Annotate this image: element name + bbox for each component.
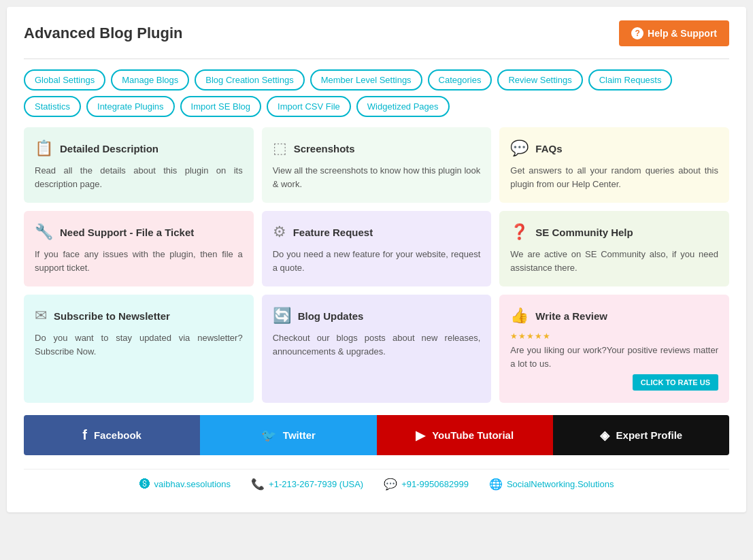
card-feature-request[interactable]: ⚙ Feature Request Do you need a new feat…	[262, 211, 492, 286]
card-title-screenshots: Screenshots	[294, 143, 355, 154]
card-icon-screenshots: ⬚	[273, 139, 287, 157]
nav-btn-import-se-blog[interactable]: Import SE Blog	[180, 96, 261, 117]
nav-btn-manage-blogs[interactable]: Manage Blogs	[111, 69, 189, 90]
card-title-write-review: Write a Review	[535, 310, 607, 322]
card-header-newsletter: ✉ Subscribe to Newsletter	[35, 307, 243, 325]
card-title-se-community: SE Community Help	[535, 227, 633, 238]
expert-icon: ◈	[600, 428, 609, 443]
nav-btn-integrate-plugins[interactable]: Integrate Plugins	[86, 96, 175, 117]
social-label-twitter: Twitter	[283, 429, 316, 441]
help-support-button[interactable]: ? Help & Support	[619, 20, 729, 46]
card-icon-blog-updates: 🔄	[273, 307, 291, 325]
card-title-detailed-description: Detailed Description	[60, 143, 158, 154]
card-header-faqs: 💬 FAQs	[510, 139, 718, 157]
nav-btn-claim-requests[interactable]: Claim Requests	[588, 69, 673, 90]
card-icon-feature-request: ⚙	[273, 223, 286, 241]
card-icon-faqs: 💬	[510, 139, 529, 157]
footer-item-whatsapp[interactable]: 💬+91-9950682999	[384, 478, 469, 491]
nav-row: Global SettingsManage BlogsBlog Creation…	[24, 59, 729, 117]
card-title-feature-request: Feature Request	[293, 227, 373, 238]
footer-text-whatsapp: +91-9950682999	[401, 479, 469, 489]
card-blog-updates[interactable]: 🔄 Blog Updates Checkout our blogs posts …	[262, 295, 492, 403]
card-header-screenshots: ⬚ Screenshots	[273, 139, 481, 157]
social-row: fFacebook🐦Twitter▶YouTube Tutorial◈Exper…	[24, 415, 729, 455]
card-text-write-review: Are you liking our work?Your positive re…	[510, 344, 718, 370]
footer-text-skype: vaibhav.sesolutions	[154, 479, 231, 489]
card-title-blog-updates: Blog Updates	[298, 310, 364, 322]
footer-icon-phone: 📞	[251, 478, 265, 491]
nav-btn-statistics[interactable]: Statistics	[24, 96, 81, 117]
nav-btn-categories[interactable]: Categories	[428, 69, 492, 90]
rate-button[interactable]: CLICK TO RATE US	[633, 374, 718, 391]
youtube-icon: ▶	[416, 428, 425, 443]
cards-grid: 📋 Detailed Description Read all the deta…	[24, 127, 729, 403]
card-icon-detailed-description: 📋	[35, 139, 53, 157]
social-btn-twitter[interactable]: 🐦Twitter	[200, 415, 376, 455]
nav-btn-import-csv-file[interactable]: Import CSV File	[267, 96, 351, 117]
nav-btn-blog-creation-settings[interactable]: Blog Creation Settings	[195, 69, 304, 90]
footer-text-website: SocialNetworking.Solutions	[507, 479, 614, 489]
card-text-se-community: We are active on SE Community also, if y…	[510, 248, 718, 274]
footer-icon-skype: 🅢	[139, 478, 150, 491]
card-title-need-support: Need Support - File a Ticket	[60, 227, 194, 238]
app-title: Advanced Blog Plugin	[24, 24, 182, 42]
main-container: Advanced Blog Plugin ? Help & Support Gl…	[7, 7, 746, 512]
card-screenshots[interactable]: ⬚ Screenshots View all the screenshots t…	[262, 127, 492, 203]
stars-write-review: ★★★★★	[510, 331, 718, 341]
footer-item-skype[interactable]: 🅢vaibhav.sesolutions	[139, 478, 231, 491]
card-icon-write-review: 👍	[510, 307, 529, 325]
card-text-need-support: If you face any issues with the plugin, …	[35, 248, 243, 274]
footer-icon-website: 🌐	[489, 478, 503, 491]
card-se-community[interactable]: ❓ SE Community Help We are active on SE …	[499, 211, 729, 286]
facebook-icon: f	[82, 427, 87, 443]
social-label-expert: Expert Profile	[616, 429, 683, 441]
social-btn-expert[interactable]: ◈Expert Profile	[553, 415, 729, 455]
card-header-blog-updates: 🔄 Blog Updates	[273, 307, 481, 325]
card-faqs[interactable]: 💬 FAQs Get answers to all your random qu…	[499, 127, 729, 203]
card-icon-newsletter: ✉	[35, 307, 47, 325]
card-newsletter[interactable]: ✉ Subscribe to Newsletter Do you want to…	[24, 295, 254, 403]
card-text-blog-updates: Checkout our blogs posts about new relea…	[273, 331, 481, 358]
footer-text-phone: +1-213-267-7939 (USA)	[269, 479, 363, 489]
footer-icon-whatsapp: 💬	[384, 478, 397, 491]
card-header-detailed-description: 📋 Detailed Description	[35, 139, 243, 157]
card-text-faqs: Get answers to all your random queries a…	[510, 164, 718, 191]
card-header-need-support: 🔧 Need Support - File a Ticket	[35, 223, 243, 241]
card-header-write-review: 👍 Write a Review	[510, 307, 718, 325]
card-header-feature-request: ⚙ Feature Request	[273, 223, 481, 241]
twitter-icon: 🐦	[261, 428, 276, 443]
footer-item-website[interactable]: 🌐SocialNetworking.Solutions	[489, 478, 614, 491]
nav-btn-global-settings[interactable]: Global Settings	[24, 69, 105, 90]
card-icon-need-support: 🔧	[35, 223, 53, 241]
nav-btn-member-level-settings[interactable]: Member Level Settings	[310, 69, 422, 90]
card-text-newsletter: Do you want to stay updated via newslett…	[35, 331, 243, 358]
footer-item-phone[interactable]: 📞+1-213-267-7939 (USA)	[251, 478, 363, 491]
card-title-newsletter: Subscribe to Newsletter	[54, 310, 170, 322]
card-detailed-description[interactable]: 📋 Detailed Description Read all the deta…	[24, 127, 254, 203]
header: Advanced Blog Plugin ? Help & Support	[24, 20, 729, 46]
card-text-detailed-description: Read all the details about this plugin o…	[35, 164, 243, 191]
card-need-support[interactable]: 🔧 Need Support - File a Ticket If you fa…	[24, 211, 254, 286]
social-label-youtube: YouTube Tutorial	[432, 429, 514, 441]
card-title-faqs: FAQs	[535, 143, 562, 154]
nav-btn-widgetized-pages[interactable]: Widgetized Pages	[356, 96, 450, 117]
social-btn-youtube[interactable]: ▶YouTube Tutorial	[377, 415, 553, 455]
nav-btn-review-settings[interactable]: Review Settings	[497, 69, 582, 90]
card-text-screenshots: View all the screenshots to know how thi…	[273, 164, 481, 191]
social-label-facebook: Facebook	[94, 429, 141, 441]
card-icon-se-community: ❓	[510, 223, 529, 241]
help-button-label: Help & Support	[648, 28, 717, 39]
help-icon: ?	[631, 27, 643, 39]
footer: 🅢vaibhav.sesolutions📞+1-213-267-7939 (US…	[24, 469, 729, 499]
card-write-review[interactable]: 👍 Write a Review ★★★★★ Are you liking ou…	[499, 295, 729, 403]
social-btn-facebook[interactable]: fFacebook	[24, 415, 200, 455]
card-header-se-community: ❓ SE Community Help	[510, 223, 718, 241]
card-text-feature-request: Do you need a new feature for your websi…	[273, 248, 481, 274]
